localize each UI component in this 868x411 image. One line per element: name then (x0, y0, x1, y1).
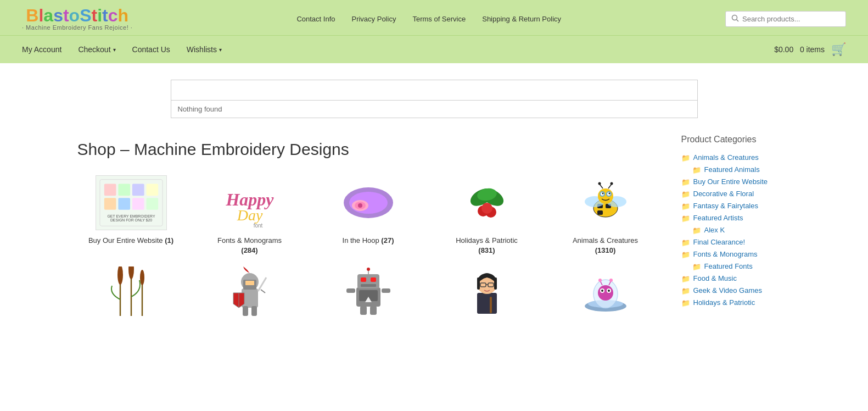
svg-rect-6 (146, 184, 158, 196)
checkout-dropdown[interactable]: Checkout ▾ (78, 45, 115, 54)
svg-rect-9 (132, 198, 144, 210)
product-item-animals[interactable]: Animals & Creatures (1310) (552, 175, 659, 256)
svg-text:DESIGN FOR ONLY $20: DESIGN FOR ONLY $20 (110, 218, 152, 222)
top-bar: BlastoStitch · Machine Embroidery Fans R… (0, 0, 868, 35)
folder-icon: 📁 (681, 214, 690, 223)
category-fonts[interactable]: Fonts & Monograms (693, 250, 758, 258)
svg-rect-63 (361, 277, 366, 282)
list-item: 📁 Animals & Creatures (681, 153, 791, 162)
category-fantasy[interactable]: Fantasy & Fairytales (693, 202, 759, 210)
svg-point-87 (601, 290, 603, 292)
product-item-holiday[interactable]: Holidays & Patriotic (831) (433, 175, 541, 256)
svg-point-42 (598, 182, 601, 185)
list-item: 📁 Featured Artists (681, 214, 791, 223)
svg-point-0 (732, 15, 737, 20)
contact-info-link[interactable]: Contact Info (296, 15, 335, 23)
svg-point-92 (609, 279, 613, 282)
list-item: 📁 Featured Fonts (681, 262, 791, 271)
sidebar-title: Product Categories (681, 135, 791, 145)
svg-rect-70 (382, 288, 390, 293)
svg-rect-64 (371, 277, 376, 282)
list-item: 📁 Fonts & Monograms (681, 250, 791, 259)
svg-point-67 (367, 268, 370, 271)
category-featured-animals[interactable]: Featured Animals (704, 165, 760, 174)
svg-rect-7 (104, 198, 116, 210)
svg-point-34 (598, 188, 613, 204)
product-item-reeds[interactable] (77, 261, 185, 316)
svg-rect-59 (251, 306, 257, 316)
svg-point-48 (128, 266, 134, 279)
svg-rect-65 (361, 284, 376, 287)
category-alex-k[interactable]: Alex K (704, 226, 725, 234)
top-search-input[interactable] (742, 15, 840, 23)
main-content: fonts Nothing found Shop – Machine Embro… (0, 63, 868, 393)
wishlists-dropdown[interactable]: Wishlists ▾ (187, 45, 222, 54)
category-animals[interactable]: Animals & Creatures (693, 153, 759, 162)
category-food-music[interactable]: Food & Music (693, 274, 737, 282)
list-item: 📁 Featured Animals (681, 165, 791, 174)
svg-rect-58 (243, 306, 248, 316)
cart-icon[interactable]: 🛒 (831, 42, 846, 57)
logo-subtitle: · Machine Embroidery Fans Rejoice! · (22, 24, 132, 31)
category-featured-fonts[interactable]: Featured Fonts (704, 262, 753, 270)
logo[interactable]: BlastoStitch · Machine Embroidery Fans R… (22, 7, 132, 31)
cart-total: $0.00 0 items (774, 45, 825, 54)
category-decorative[interactable]: Decorative & Floral (693, 190, 754, 198)
folder-icon: 📁 (681, 287, 690, 295)
product-image-hoop (333, 175, 404, 230)
category-final-clearance[interactable]: Final Clearance! (693, 238, 746, 246)
product-item-girl[interactable] (433, 261, 541, 316)
svg-point-40 (608, 193, 610, 195)
my-account-link[interactable]: My Account (22, 45, 61, 54)
subfolder-icon: 📁 (692, 166, 701, 174)
category-geek[interactable]: Geek & Video Games (693, 286, 763, 295)
list-item: 📁 Buy Our Entire Website (681, 177, 791, 186)
product-item-alien[interactable] (552, 261, 659, 316)
svg-rect-80 (490, 297, 492, 313)
category-holidays[interactable]: Holidays & Patriotic (693, 298, 755, 307)
svg-rect-75 (477, 277, 480, 290)
product-item-fonts[interactable]: Happy Day font Fonts & Monograms (284) (196, 175, 304, 256)
product-item-buy-entire[interactable]: GET EVERY EMBROIDERY DESIGN FOR ONLY $20… (77, 175, 185, 256)
svg-line-57 (261, 290, 265, 293)
page-layout: Shop – Machine Embroidery Designs (77, 129, 791, 316)
top-nav: Contact Info Privacy Policy Terms of Ser… (296, 15, 561, 23)
svg-point-20 (358, 203, 362, 208)
product-item-hoop[interactable]: In the Hoop (27) (315, 175, 422, 256)
svg-rect-71 (360, 306, 367, 315)
main-search-input[interactable]: fonts (171, 80, 698, 100)
search-box[interactable] (725, 11, 846, 27)
shipping-return-link[interactable]: Shipping & Return Policy (482, 15, 561, 23)
folder-icon: 📁 (681, 154, 690, 162)
secondary-nav-links: My Account Checkout ▾ Contact Us Wishlis… (22, 45, 222, 54)
sidebar-categories: 📁 Animals & Creatures 📁 Featured Animals… (681, 153, 791, 307)
list-item: 📁 Fantasy & Fairytales (681, 202, 791, 210)
contact-us-link[interactable]: Contact Us (132, 45, 170, 54)
category-featured-artists[interactable]: Featured Artists (693, 214, 743, 222)
terms-service-link[interactable]: Terms of Service (412, 15, 466, 23)
list-item: 📁 Decorative & Floral (681, 190, 791, 198)
svg-point-39 (602, 193, 603, 195)
svg-point-90 (598, 279, 602, 282)
list-item: 📁 Final Clearance! (681, 238, 791, 247)
svg-point-44 (610, 182, 613, 185)
product-item-robot[interactable] (315, 261, 422, 316)
product-item-knight[interactable] (196, 261, 304, 316)
product-label-hoop: In the Hoop (27) (315, 236, 422, 246)
list-item: 📁 Holidays & Patriotic (681, 298, 791, 307)
privacy-policy-link[interactable]: Privacy Policy (351, 15, 396, 23)
search-bar-area: fonts Nothing found (171, 80, 698, 118)
folder-icon: 📁 (681, 299, 690, 307)
folder-icon: 📁 (681, 275, 690, 283)
subfolder-icon: 📁 (692, 226, 701, 235)
subfolder-icon: 📁 (692, 263, 701, 271)
svg-point-84 (598, 285, 613, 301)
svg-point-88 (608, 290, 610, 292)
nothing-found-message: Nothing found (171, 100, 698, 118)
checkout-chevron-icon: ▾ (113, 47, 116, 53)
svg-rect-72 (370, 306, 377, 315)
product-label-fonts: Fonts & Monograms (284) (196, 236, 304, 256)
svg-point-46 (117, 266, 123, 285)
svg-rect-30 (597, 210, 603, 215)
category-buy-entire[interactable]: Buy Our Entire Website (693, 177, 768, 186)
